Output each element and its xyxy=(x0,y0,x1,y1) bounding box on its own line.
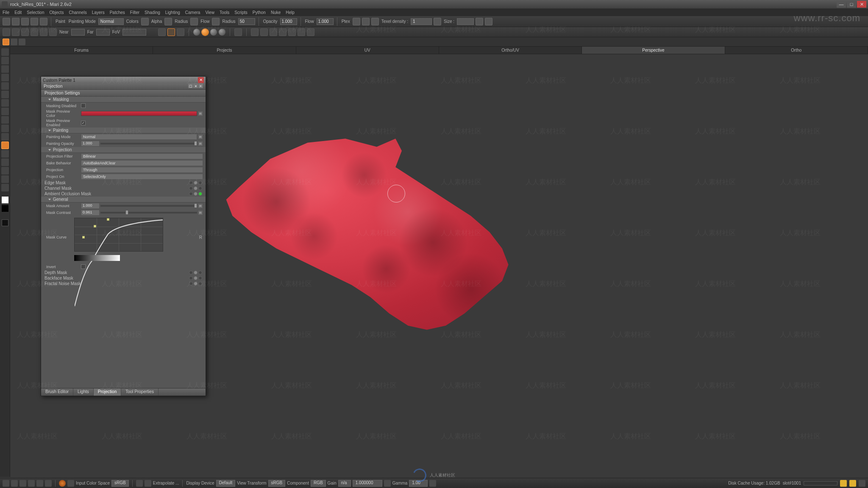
brush-tool-icon[interactable] xyxy=(1,141,9,149)
snap-icon-1[interactable] xyxy=(251,28,259,36)
curve-point[interactable] xyxy=(82,236,85,238)
edge-mask-row[interactable]: Edge Mask xyxy=(41,180,206,186)
extrapolate-label[interactable]: Extrapolate ... xyxy=(153,481,179,485)
snap-icon-7[interactable] xyxy=(307,28,314,36)
shading-basic-icon[interactable] xyxy=(202,29,209,36)
near-input[interactable] xyxy=(71,29,85,36)
mask-contrast-reset-button[interactable]: R xyxy=(198,210,203,215)
status-icon-4[interactable] xyxy=(28,480,35,487)
status-icon-3[interactable] xyxy=(19,480,26,487)
component-dropdown[interactable]: RGB xyxy=(311,480,326,487)
vector-tool-icon[interactable] xyxy=(1,150,9,158)
gear-icon[interactable] xyxy=(40,18,47,25)
clone-tool-icon[interactable] xyxy=(1,125,9,132)
tab-tool-properties[interactable]: Tool Properties xyxy=(121,388,159,396)
tab-brush-editor[interactable]: Brush Editor xyxy=(41,388,73,396)
status-icon-5[interactable] xyxy=(36,480,43,487)
curve-point[interactable] xyxy=(107,218,109,221)
menu-help[interactable]: Help xyxy=(286,10,295,15)
texel-dropdown[interactable]: 1 xyxy=(411,18,432,25)
text-tool-icon[interactable] xyxy=(1,175,9,183)
snap-icon-5[interactable] xyxy=(288,28,296,36)
projection-dropdown[interactable]: Through xyxy=(81,167,203,173)
menu-camera[interactable]: Camera xyxy=(185,10,200,15)
tab-perspective[interactable]: Perspective xyxy=(582,47,725,54)
menu-edit[interactable]: Edit xyxy=(14,10,22,15)
status-icon-9[interactable] xyxy=(136,480,143,487)
snap-icon-6[interactable] xyxy=(298,28,305,36)
palette-min-icon[interactable]: ▾ xyxy=(193,83,198,88)
colors-icon[interactable] xyxy=(141,18,149,25)
tab-projects[interactable]: Projects xyxy=(153,47,296,54)
size-icon-2[interactable] xyxy=(485,18,492,25)
open-icon[interactable] xyxy=(12,18,19,25)
shading-full-icon[interactable] xyxy=(210,29,217,36)
shelf-icon-2[interactable] xyxy=(11,39,17,45)
far-input[interactable] xyxy=(96,29,110,36)
status-icon-1[interactable] xyxy=(3,480,9,487)
texel-apply-icon[interactable] xyxy=(434,18,441,25)
crop-tool-icon[interactable] xyxy=(1,99,9,107)
move-tool-icon[interactable] xyxy=(1,74,9,81)
paint-mode-dropdown[interactable]: Normal xyxy=(98,18,124,25)
masking-group[interactable]: Masking xyxy=(41,97,206,103)
mask-color-reset-button[interactable]: R xyxy=(198,111,203,116)
blur-tool-icon[interactable] xyxy=(1,133,9,141)
ptex-icon-3[interactable] xyxy=(371,18,379,25)
painting-opacity-slider[interactable] xyxy=(100,143,197,144)
alpha-icon[interactable] xyxy=(164,18,172,25)
menu-selection[interactable]: Selection xyxy=(27,10,44,15)
eraser-tool-icon[interactable] xyxy=(1,116,9,124)
input-color-space-dropdown[interactable]: sRGB xyxy=(111,480,129,487)
size-dropdown[interactable] xyxy=(457,18,474,25)
eyedropper-tool-icon[interactable] xyxy=(1,167,9,175)
marquee-tool-icon[interactable] xyxy=(1,57,9,64)
painting-opacity-input[interactable]: 1.000 xyxy=(81,141,100,147)
menu-channels[interactable]: Channels xyxy=(69,10,86,15)
palette-x-icon[interactable]: ✕ xyxy=(198,83,203,88)
bake-behavior-dropdown[interactable]: AutoBakeAndClear xyxy=(81,160,203,166)
new-icon[interactable] xyxy=(3,18,10,25)
mask-curve-editor[interactable] xyxy=(74,218,163,252)
radius-icon[interactable] xyxy=(190,18,198,25)
tab-forums[interactable]: Forums xyxy=(10,47,153,54)
warning2-icon[interactable] xyxy=(849,480,856,487)
tab-projection[interactable]: Projection xyxy=(94,388,121,396)
view-icon-1[interactable] xyxy=(3,28,10,36)
mask-preview-enabled-checkbox[interactable] xyxy=(81,121,86,125)
scale-tool-icon[interactable] xyxy=(1,91,9,98)
ptex-icon-1[interactable] xyxy=(353,18,360,25)
minimize-button[interactable]: — xyxy=(837,1,846,8)
close-button[interactable]: ✕ xyxy=(857,1,866,8)
shelf-icon-3[interactable] xyxy=(19,39,25,45)
menu-filter[interactable]: Filter xyxy=(130,10,139,15)
maximize-button[interactable]: □ xyxy=(847,1,856,8)
snap-icon-3[interactable] xyxy=(270,28,277,36)
painting-group[interactable]: Painting xyxy=(41,128,206,133)
tab-ortho[interactable]: Ortho xyxy=(725,47,868,54)
ao-mask-row[interactable]: Ambient Occlusion Mask xyxy=(41,191,206,197)
snap-icon-2[interactable] xyxy=(260,28,268,36)
gain-reset-icon[interactable] xyxy=(384,480,391,487)
menu-python[interactable]: Python xyxy=(253,10,266,15)
flow-input[interactable]: 1.000 xyxy=(317,18,334,25)
tab-uv[interactable]: UV xyxy=(296,47,439,54)
painting-opacity-reset-button[interactable]: R xyxy=(198,141,203,146)
masking-disabled-checkbox[interactable] xyxy=(81,103,86,108)
painting-mode-reset-button[interactable]: R xyxy=(198,134,203,139)
radius-input[interactable]: 50 xyxy=(238,18,255,25)
flow-icon[interactable] xyxy=(212,18,220,25)
gain-value[interactable]: n/a xyxy=(338,480,351,487)
mask-curve-reset-button[interactable]: R xyxy=(199,235,202,240)
paint-bucket-tool-icon[interactable] xyxy=(1,108,9,115)
channel-mask-row[interactable]: Channel Mask xyxy=(41,186,206,191)
transform-tool-icon[interactable] xyxy=(1,65,9,73)
view-icon-6[interactable] xyxy=(49,28,57,36)
menu-lighting[interactable]: Lighting xyxy=(165,10,180,15)
shelf-paint-icon[interactable] xyxy=(3,39,9,45)
tab-lights[interactable]: Lights xyxy=(73,388,94,396)
custom-palette[interactable]: Custom Palette 1 ✕ Projection ▢▾✕ Projec… xyxy=(41,76,206,396)
general-group[interactable]: General xyxy=(41,197,206,202)
ptex-icon-2[interactable] xyxy=(362,18,370,25)
size-icon-1[interactable] xyxy=(476,18,483,25)
